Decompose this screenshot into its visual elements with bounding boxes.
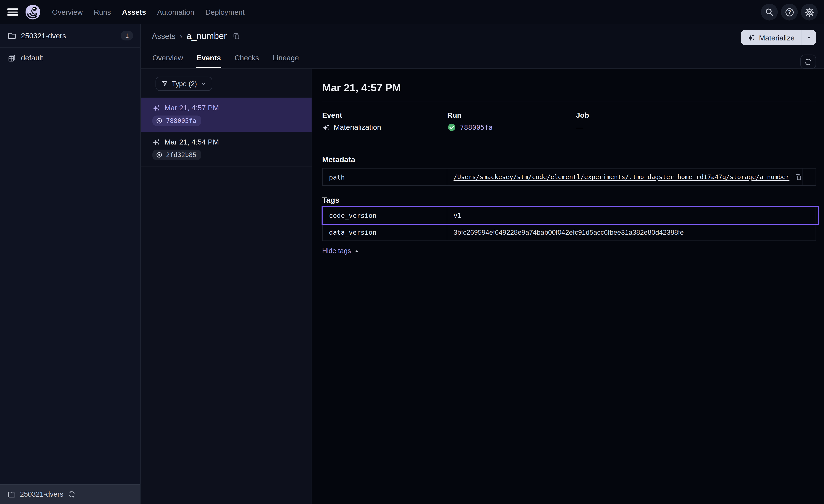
run-id-pill[interactable]: 2fd32b85 bbox=[152, 150, 201, 160]
gear-icon bbox=[804, 7, 814, 17]
materialize-dropdown-button[interactable] bbox=[802, 30, 816, 45]
tab-checks[interactable]: Checks bbox=[234, 54, 260, 69]
events-list-panel: Type (2) Mar 21, 4:57 PM bbox=[141, 69, 312, 504]
run-id-text: 2fd32b85 bbox=[166, 151, 196, 158]
event-summary-columns: Event Materialization Run bbox=[322, 111, 816, 132]
search-icon bbox=[765, 7, 774, 17]
metadata-value-cell: /Users/smackesey/stm/code/elementl/exper… bbox=[447, 168, 802, 185]
nav-item-deployment[interactable]: Deployment bbox=[205, 8, 245, 16]
breadcrumb-separator: › bbox=[180, 31, 182, 40]
caret-up-icon bbox=[354, 248, 359, 253]
materialization-icon bbox=[152, 138, 160, 146]
sidebar: 250321-dvers 1 default 250321-dvers bbox=[0, 24, 141, 504]
tab-lineage[interactable]: Lineage bbox=[272, 54, 299, 69]
tab-overview[interactable]: Overview bbox=[152, 54, 184, 69]
tag-key: data_version bbox=[323, 224, 447, 240]
metadata-key: path bbox=[323, 168, 447, 185]
materialize-label: Materialize bbox=[759, 33, 795, 42]
copy-path-button[interactable] bbox=[795, 173, 802, 180]
copy-icon bbox=[795, 173, 802, 180]
hide-tags-label: Hide tags bbox=[322, 247, 351, 255]
event-timestamp: Mar 21, 4:57 PM bbox=[165, 103, 219, 112]
asset-group-icon bbox=[7, 53, 16, 62]
table-row-data-version: data_version 3bfc269594ef649228e9a74bab0… bbox=[323, 224, 816, 241]
job-column-header: Job bbox=[576, 111, 816, 119]
refresh-button[interactable] bbox=[800, 54, 816, 69]
asset-header: Assets › a_number Mater bbox=[141, 24, 824, 69]
run-column-header: Run bbox=[447, 111, 576, 119]
tag-value: v1 bbox=[447, 207, 816, 224]
check-circle-icon bbox=[447, 123, 456, 132]
nav-item-assets[interactable]: Assets bbox=[122, 8, 146, 16]
folder-icon bbox=[7, 490, 16, 499]
dagster-logo-icon bbox=[25, 4, 41, 20]
table-row-code-version: code_version v1 bbox=[323, 207, 816, 224]
settings-button[interactable] bbox=[801, 4, 818, 20]
table-row: path /Users/smackesey/stm/code/elementl/… bbox=[323, 168, 816, 185]
sidebar-item-default[interactable]: default bbox=[0, 48, 140, 68]
sidebar-item-label: default bbox=[21, 54, 43, 62]
event-list-item[interactable]: Mar 21, 4:54 PM 2fd32b85 bbox=[141, 132, 312, 166]
main-content: Assets › a_number Mater bbox=[141, 24, 824, 504]
event-list: Mar 21, 4:57 PM 788005fa bbox=[141, 98, 312, 166]
run-id-pill[interactable]: 788005fa bbox=[152, 116, 201, 126]
top-nav: Overview Runs Assets Automation Deployme… bbox=[0, 0, 824, 24]
svg-text:?: ? bbox=[788, 9, 791, 15]
event-column-header: Event bbox=[322, 111, 447, 119]
sync-icon bbox=[804, 57, 813, 66]
divider bbox=[322, 101, 816, 101]
nav-item-overview[interactable]: Overview bbox=[52, 8, 83, 16]
filter-icon bbox=[161, 80, 168, 87]
run-id-link[interactable]: 788005fa bbox=[460, 123, 493, 131]
event-detail-title: Mar 21, 4:57 PM bbox=[322, 82, 816, 94]
sparkle-icon bbox=[747, 33, 755, 41]
path-link[interactable]: /Users/smackesey/stm/code/elementl/exper… bbox=[453, 173, 790, 180]
menu-icon[interactable] bbox=[7, 8, 18, 16]
topnav-actions: ? bbox=[761, 4, 818, 20]
tag-key: code_version bbox=[323, 207, 447, 224]
event-timestamp: Mar 21, 4:54 PM bbox=[165, 138, 219, 146]
run-status-icon bbox=[156, 117, 163, 124]
event-list-item[interactable]: Mar 21, 4:57 PM 788005fa bbox=[141, 98, 312, 132]
sidebar-group-row[interactable]: 250321-dvers 1 bbox=[0, 24, 140, 48]
copy-icon bbox=[232, 32, 240, 40]
tab-events[interactable]: Events bbox=[196, 54, 221, 69]
page-title: a_number bbox=[187, 31, 227, 41]
caret-down-icon bbox=[806, 35, 812, 40]
breadcrumb: Assets › a_number bbox=[141, 24, 824, 48]
nav-item-automation[interactable]: Automation bbox=[157, 8, 194, 16]
type-filter-label: Type (2) bbox=[172, 80, 197, 88]
tags-table: code_version v1 data_version 3bfc269594e… bbox=[322, 206, 816, 241]
materialize-button[interactable]: Materialize bbox=[741, 30, 801, 45]
sidebar-footer: 250321-dvers bbox=[0, 484, 140, 504]
sidebar-group-label: 250321-dvers bbox=[21, 31, 66, 40]
sidebar-group-count-badge: 1 bbox=[121, 31, 133, 40]
materialize-split-button: Materialize bbox=[741, 30, 816, 45]
sync-icon[interactable] bbox=[68, 490, 75, 498]
run-status-icon bbox=[156, 151, 163, 158]
type-filter-button[interactable]: Type (2) bbox=[156, 77, 212, 91]
materialization-icon bbox=[322, 123, 330, 131]
help-icon: ? bbox=[785, 7, 794, 17]
primary-nav: Overview Runs Assets Automation Deployme… bbox=[52, 8, 245, 16]
metadata-heading: Metadata bbox=[322, 156, 816, 164]
event-detail-panel: Mar 21, 4:57 PM Event Materialization bbox=[312, 69, 824, 504]
job-value: — bbox=[576, 123, 583, 131]
event-column: Event Materialization bbox=[322, 111, 447, 132]
hide-tags-link[interactable]: Hide tags bbox=[322, 247, 359, 255]
help-button[interactable]: ? bbox=[781, 4, 798, 20]
breadcrumb-assets-link[interactable]: Assets bbox=[152, 31, 175, 40]
nav-item-runs[interactable]: Runs bbox=[94, 8, 111, 16]
dagster-app: Overview Runs Assets Automation Deployme… bbox=[0, 0, 824, 504]
chevron-down-icon bbox=[200, 81, 206, 87]
job-column: Job — bbox=[576, 111, 816, 132]
folder-icon bbox=[7, 31, 16, 40]
search-button[interactable] bbox=[761, 4, 778, 20]
tags-heading: Tags bbox=[322, 197, 816, 204]
copy-asset-name-button[interactable] bbox=[232, 32, 240, 40]
metadata-table: path /Users/smackesey/stm/code/elementl/… bbox=[322, 168, 816, 186]
table-end-cell bbox=[802, 168, 816, 185]
asset-tabs: Overview Events Checks Lineage bbox=[152, 54, 299, 69]
materialization-icon bbox=[152, 104, 160, 111]
run-column: Run 788005fa bbox=[447, 111, 576, 132]
